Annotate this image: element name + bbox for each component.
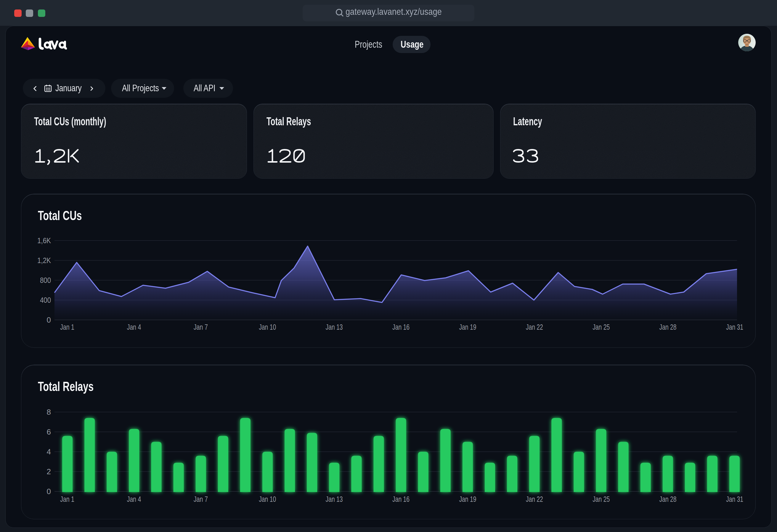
svg-text:Jan 4: Jan 4 [127,495,141,504]
svg-text:Jan 4: Jan 4 [127,323,141,331]
svg-text:Jan 19: Jan 19 [459,323,476,331]
svg-text:Jan 25: Jan 25 [592,323,610,331]
svg-text:8: 8 [47,408,51,417]
svg-text:800: 800 [40,276,51,285]
svg-text:Jan 13: Jan 13 [326,323,343,331]
svg-text:0: 0 [47,487,51,496]
svg-text:Jan 22: Jan 22 [526,323,543,331]
svg-text:Jan 31: Jan 31 [726,323,743,331]
svg-text:Jan 1: Jan 1 [60,323,74,331]
svg-text:Jan 13: Jan 13 [326,495,343,504]
svg-text:Jan 28: Jan 28 [659,495,677,504]
svg-text:Jan 7: Jan 7 [194,495,208,504]
svg-text:Jan 16: Jan 16 [393,323,410,331]
svg-text:1,6K: 1,6K [37,236,51,245]
svg-text:Jan 16: Jan 16 [393,495,410,504]
svg-text:Jan 1: Jan 1 [60,495,74,504]
svg-text:Jan 19: Jan 19 [459,495,476,504]
svg-text:6: 6 [47,427,51,436]
svg-text:0: 0 [47,315,51,324]
svg-text:Jan 10: Jan 10 [259,323,276,331]
svg-text:Jan 25: Jan 25 [592,495,610,504]
svg-text:2: 2 [47,467,51,476]
svg-text:400: 400 [40,296,51,305]
svg-text:Jan 7: Jan 7 [194,323,208,331]
svg-text:4: 4 [47,447,51,456]
svg-text:Jan 22: Jan 22 [526,495,543,504]
svg-text:1,2K: 1,2K [37,256,51,265]
svg-text:Jan 10: Jan 10 [259,495,276,504]
svg-text:Jan 28: Jan 28 [659,323,677,331]
svg-text:Jan 31: Jan 31 [726,495,743,504]
